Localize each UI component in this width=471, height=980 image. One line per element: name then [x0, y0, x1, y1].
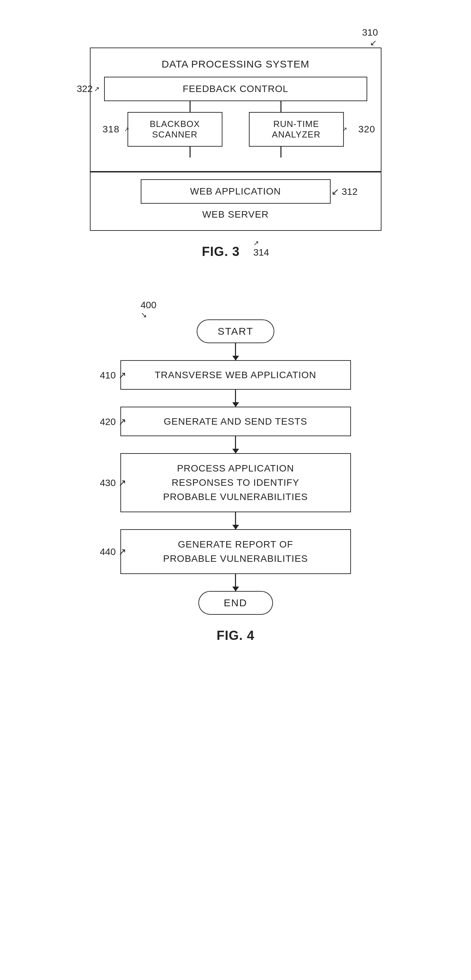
start-box: START [197, 320, 275, 343]
page-container: 310 ↙ DATA PROCESSING SYSTEM 322 ↗ FEEDB… [49, 14, 422, 643]
arrow-420-to-430 [235, 436, 236, 453]
ref-400: 400 [141, 300, 157, 310]
web-app-row: WEB APPLICATION ↙ 312 [141, 179, 331, 204]
arrow-314-icon: ↗ [253, 239, 259, 247]
ref-318: 318 [103, 124, 120, 135]
fig3-caption-group: FIG. 3 ↗ 314 [90, 234, 382, 259]
web-server-label: WEB SERVER [202, 209, 268, 220]
ref-310-arrow: ↙ [370, 38, 378, 48]
arrow-310-icon: ↙ [370, 38, 377, 48]
vlines-top [104, 101, 367, 112]
web-server-outer-box: WEB APPLICATION ↙ 312 WEB SERVER [90, 172, 382, 231]
vline-right-b [281, 146, 281, 158]
step-430-wrapper: 430 ↗ PROCESS APPLICATIONRESPONSES TO ID… [90, 453, 382, 512]
arrow-430-to-440 [235, 512, 236, 529]
fig3-caption: FIG. 3 [202, 244, 240, 259]
web-application-box: WEB APPLICATION [141, 179, 331, 204]
dps-title: DATA PROCESSING SYSTEM [104, 58, 367, 70]
step-420-box: GENERATE AND SEND TESTS [121, 407, 351, 436]
step-410-wrapper: 410 ↗ TRANSVERSE WEB APPLICATION [90, 360, 382, 390]
ref-430: 430 ↗ [100, 477, 127, 488]
vlines-bottom [104, 146, 367, 158]
arrow-322-icon: ↗ [94, 85, 100, 93]
arrow-start-to-410 [235, 343, 236, 360]
fig4-section: 400 ↘ START 410 ↗ TRANSVERSE WEB APPLICA… [49, 300, 422, 643]
runtime-analyzer-box: 320 ↖ RUN-TIMEANALYZER [249, 112, 344, 146]
ref-310-group: 310 ↙ [362, 27, 378, 48]
arrow-318-icon: ↗ [124, 126, 130, 133]
flowchart: START 410 ↗ TRANSVERSE WEB APPLICATION 4… [90, 320, 382, 615]
arrow-440-to-end [235, 574, 236, 591]
fig4-caption: FIG. 4 [217, 628, 255, 643]
arrow-410-to-420 [235, 390, 236, 407]
feedback-control-box: FEEDBACK CONTROL [104, 77, 367, 101]
end-box: END [198, 591, 273, 615]
ref-312: ↙ 312 [331, 186, 358, 197]
feedback-row: 322 ↗ FEEDBACK CONTROL [104, 77, 367, 101]
ref-310-row: 310 ↙ [90, 27, 382, 48]
vline-left [190, 101, 190, 112]
fig3-caption-inner: FIG. 3 ↗ 314 [202, 234, 269, 259]
ref-410: 410 ↗ [100, 369, 127, 380]
vline-left-b [190, 146, 190, 158]
vline-right [281, 101, 281, 112]
ref-314-group: ↗ 314 [253, 239, 269, 258]
step-420-wrapper: 420 ↗ GENERATE AND SEND TESTS [90, 407, 382, 436]
step-430-box: PROCESS APPLICATIONRESPONSES TO IDENTIFY… [121, 453, 351, 512]
ref-310: 310 [362, 27, 378, 38]
ref-400-group: 400 ↘ [141, 300, 157, 320]
fig3-caption-row: FIG. 3 ↗ 314 [90, 234, 382, 259]
blackbox-scanner-box: 318 ↗ BLACKBOXSCANNER [127, 112, 222, 146]
ref-440: 440 ↗ [100, 546, 127, 557]
blackbox-wrapper: 318 ↗ BLACKBOXSCANNER [114, 112, 236, 146]
arrow-400-icon: ↘ [141, 310, 147, 320]
ref-320: 320 [358, 124, 375, 135]
ref-420: 420 ↗ [100, 416, 127, 427]
ref-314: 314 [253, 247, 269, 258]
arrow-320-icon: ↖ [342, 126, 347, 133]
scanners-row: 318 ↗ BLACKBOXSCANNER 320 ↖ RUN-TIMEANAL… [104, 112, 367, 146]
step-440-wrapper: 440 ↗ GENERATE REPORT OFPROBABLE VULNERA… [90, 529, 382, 574]
ref-322: 322 [77, 83, 93, 94]
fig3-section: 310 ↙ DATA PROCESSING SYSTEM 322 ↗ FEEDB… [49, 27, 422, 259]
runtime-wrapper: 320 ↖ RUN-TIMEANALYZER [236, 112, 357, 146]
step-410-box: TRANSVERSE WEB APPLICATION [121, 360, 351, 390]
ref-400-row: 400 ↘ [121, 300, 351, 320]
dps-outer-box: DATA PROCESSING SYSTEM 322 ↗ FEEDBACK CO… [90, 48, 382, 172]
step-440-box: GENERATE REPORT OFPROBABLE VULNERABILITI… [121, 529, 351, 574]
